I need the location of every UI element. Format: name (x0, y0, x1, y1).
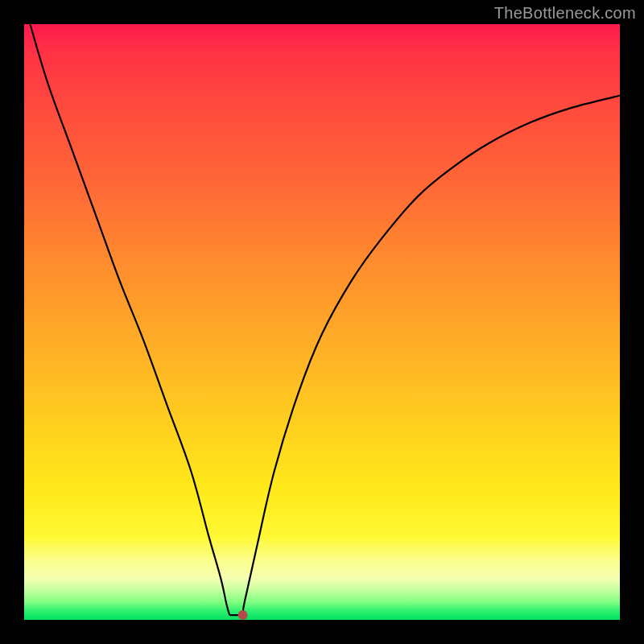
bottleneck-curve (24, 24, 620, 620)
curve-path (30, 24, 620, 615)
minimum-marker (238, 610, 248, 620)
chart-frame: TheBottleneck.com (0, 0, 644, 644)
watermark-text: TheBottleneck.com (494, 4, 636, 23)
plot-area (24, 24, 620, 620)
